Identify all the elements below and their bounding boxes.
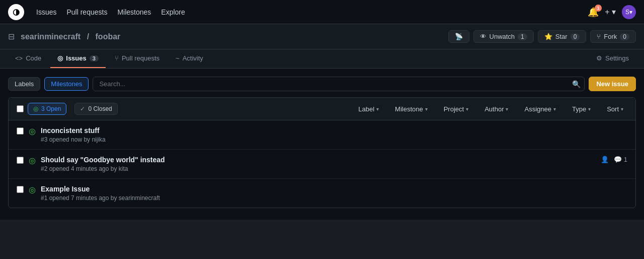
tab-issues[interactable]: ◎ Issues 3 <box>50 49 106 68</box>
labels-filter-button[interactable]: Labels <box>8 77 40 91</box>
open-count-label: 3 Open <box>41 105 61 112</box>
issue-checkbox-1[interactable] <box>17 186 24 193</box>
settings-icon: ⚙ <box>596 54 602 62</box>
issue-row: ◎ Should say "Goodbye world" instead #2 … <box>9 150 635 179</box>
milestone-dropdown-arrow: ▾ <box>425 106 428 112</box>
issue-open-icon-1: ◎ <box>29 185 36 195</box>
tab-pullrequests[interactable]: ⑂ Pull requests <box>108 49 167 68</box>
issue-time-3: now <box>71 136 82 143</box>
rss-icon: 📡 <box>455 33 463 40</box>
pullrequests-icon: ⑂ <box>115 54 119 62</box>
issue-open-icon-2: ◎ <box>29 156 36 165</box>
nav-milestones-link[interactable]: Milestones <box>117 8 151 16</box>
issue-author-1[interactable]: searinminecraft <box>119 195 160 202</box>
label-dropdown-arrow: ▾ <box>376 106 379 112</box>
new-issue-button[interactable]: New issue <box>589 77 636 91</box>
project-filter-dropdown[interactable]: Project ▾ <box>440 103 472 115</box>
issues-table-header: ◎ 3 Open ✓ 0 Closed Label ▾ Milestone ▾ <box>9 98 635 120</box>
milestone-filter-dropdown[interactable]: Milestone ▾ <box>391 103 432 115</box>
milestones-filter-button[interactable]: Milestones <box>44 77 89 91</box>
label-filter-dropdown[interactable]: Label ▾ <box>354 103 383 115</box>
issues-table: ◎ 3 Open ✓ 0 Closed Label ▾ Milestone ▾ <box>8 97 636 208</box>
repo-name[interactable]: foobar <box>96 32 121 41</box>
star-button[interactable]: ⭐ Star 0 <box>538 30 587 43</box>
tab-settings-label: Settings <box>605 54 629 62</box>
search-area: 🔍 <box>93 77 585 91</box>
user-avatar-button[interactable]: S▾ <box>622 5 636 19</box>
assignee-filter-label: Assignee <box>524 105 551 113</box>
tab-code-label: Code <box>26 54 41 62</box>
issue-author-2[interactable]: kita <box>119 165 128 172</box>
unwatch-button[interactable]: 👁 Unwatch 1 <box>473 30 534 43</box>
repo-owner[interactable]: searinminecraft <box>21 32 80 41</box>
issue-title-2[interactable]: Should say "Goodbye world" instead <box>41 156 596 164</box>
type-dropdown-arrow: ▾ <box>588 106 591 112</box>
project-filter-label: Project <box>444 105 464 113</box>
issue-author-3[interactable]: nijika <box>92 136 105 143</box>
issue-title-1[interactable]: Example Issue <box>41 185 627 193</box>
issue-title-3[interactable]: Inconcistent stuff <box>41 126 627 135</box>
comment-icon-2: 💬 <box>614 156 622 163</box>
fork-button[interactable]: ⑂ Fork 0 <box>590 30 636 43</box>
issue-checkbox-3[interactable] <box>17 127 24 135</box>
tab-code[interactable]: <> Code <box>8 49 48 68</box>
fork-count: 0 <box>620 33 629 40</box>
repo-actions: 📡 👁 Unwatch 1 ⭐ Star 0 ⑂ Fork 0 <box>448 30 636 43</box>
type-filter-label: Type <box>572 105 586 113</box>
main-content: Labels Milestones 🔍 New issue ◎ 3 Open ✓… <box>0 69 644 220</box>
assignee-filter-dropdown[interactable]: Assignee ▾ <box>520 103 559 115</box>
fork-icon: ⑂ <box>597 33 601 40</box>
open-issues-button[interactable]: ◎ 3 Open <box>28 103 66 115</box>
issue-number-3: #3 <box>41 136 47 143</box>
rss-button[interactable]: 📡 <box>448 30 469 43</box>
check-icon: ✓ <box>80 105 85 112</box>
issue-checkbox-2[interactable] <box>17 157 24 164</box>
assignee-dropdown-arrow: ▾ <box>553 106 556 112</box>
unwatch-label: Unwatch <box>490 33 515 40</box>
issue-meta-3: #3 opened now by nijika <box>41 136 627 143</box>
issue-meta-1: #1 opened 7 minutes ago by searinminecra… <box>41 195 627 202</box>
sort-filter-dropdown[interactable]: Sort ▾ <box>603 103 627 115</box>
tab-issues-label: Issues <box>66 54 86 62</box>
notification-badge: 1 <box>595 5 602 12</box>
comment-count-2: 1 <box>624 156 627 163</box>
eye-icon: 👁 <box>480 33 487 40</box>
nav-issues-link[interactable]: Issues <box>36 8 56 16</box>
author-filter-label: Author <box>485 105 504 113</box>
search-icon-button[interactable]: 🔍 <box>572 80 581 88</box>
type-filter-dropdown[interactable]: Type ▾ <box>568 103 595 115</box>
issue-open-icon-3: ◎ <box>29 126 36 136</box>
star-label: Star <box>555 33 568 40</box>
author-filter-dropdown[interactable]: Author ▾ <box>480 103 512 115</box>
tab-settings[interactable]: ⚙ Settings <box>589 49 636 68</box>
repo-title-area: ⊟ searinminecraft / foobar <box>8 32 122 41</box>
closed-issues-button[interactable]: ✓ 0 Closed <box>74 103 117 115</box>
repo-header: ⊟ searinminecraft / foobar 📡 👁 Unwatch 1… <box>0 24 644 49</box>
nav-explore-link[interactable]: Explore <box>161 8 185 16</box>
nav-pullrequests-link[interactable]: Pull requests <box>66 8 107 16</box>
sort-dropdown-arrow: ▾ <box>621 106 623 112</box>
repo-tabs: <> Code ◎ Issues 3 ⑂ Pull requests ~ Act… <box>0 49 644 69</box>
tab-pullrequests-label: Pull requests <box>122 54 159 62</box>
issue-time-2: 4 minutes ago <box>71 165 109 172</box>
milestone-filter-label: Milestone <box>395 105 423 113</box>
select-all-checkbox[interactable] <box>17 105 24 112</box>
issue-right-2: 👤 💬 1 <box>601 156 627 163</box>
issue-info-2: Should say "Goodbye world" instead #2 op… <box>41 156 596 172</box>
search-input[interactable] <box>93 77 585 91</box>
star-icon: ⭐ <box>544 33 552 40</box>
site-logo[interactable]: ◑ <box>8 4 24 20</box>
star-count: 0 <box>571 33 580 40</box>
tab-activity[interactable]: ~ Activity <box>169 49 210 68</box>
issue-info-3: Inconcistent stuff #3 opened now by niji… <box>41 126 627 143</box>
issue-number-2: #2 <box>41 165 47 172</box>
tab-activity-label: Activity <box>183 54 203 62</box>
issue-number-1: #1 <box>41 195 47 202</box>
issue-avatar-2: 👤 <box>601 156 609 163</box>
issues-badge: 3 <box>90 55 99 61</box>
notifications-button[interactable]: 🔔 1 <box>588 7 599 18</box>
unwatch-count: 1 <box>518 33 527 40</box>
issues-header-right: Label ▾ Milestone ▾ Project ▾ Author ▾ A… <box>354 103 627 115</box>
create-new-button[interactable]: + ▾ <box>605 7 616 17</box>
filter-bar: Labels Milestones 🔍 New issue <box>8 77 636 91</box>
